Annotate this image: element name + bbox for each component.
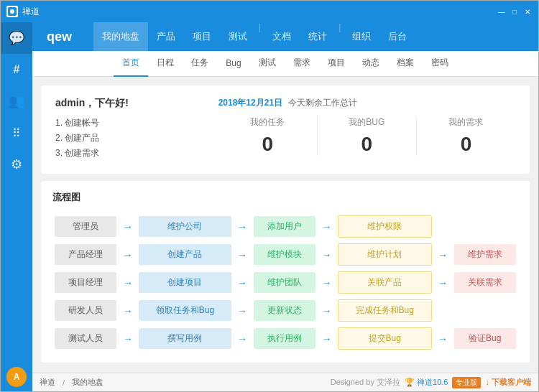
top-nav: qew 我的地盘 产品 项目 测试 | 文档 统计 | 组织 后台 <box>32 22 538 51</box>
step-label: 维护模块 <box>254 244 315 265</box>
title-bar-left: 禅道 <box>6 6 40 18</box>
download-client-link[interactable]: ↓ 下载客户端 <box>485 377 531 388</box>
flow-arrow: → <box>234 213 252 241</box>
flow-arrow: → <box>234 325 252 353</box>
step-label: 关联产品 <box>338 271 432 294</box>
nav-item-org[interactable]: 组织 <box>344 22 379 51</box>
svg-point-1 <box>10 9 14 14</box>
flow-arrow: → <box>119 297 137 325</box>
step-3[interactable]: 3. 创建需求 <box>55 147 204 159</box>
nav-item-project[interactable]: 项目 <box>184 22 220 51</box>
grid-icon: ⠿ <box>12 126 21 140</box>
sidebar-item-grid[interactable]: ⠿ <box>1 117 32 149</box>
main-content: admin，下午好! 1. 创建帐号 2. 创建产品 3. 创建需求 2018年… <box>32 77 538 373</box>
sec-nav-home[interactable]: 首页 <box>114 51 148 77</box>
step-label: 更新状态 <box>254 300 315 321</box>
flow-cell: 提交Bug <box>336 325 434 353</box>
sec-nav-profile[interactable]: 档案 <box>388 51 423 77</box>
step-label: 维护计划 <box>338 243 432 266</box>
flow-arrow: → <box>318 213 336 241</box>
nav-item-mydashboard[interactable]: 我的地盘 <box>93 22 148 51</box>
flow-row-projm: 项目经理 → 创建项目 → 维护团队 → 关联产品 → 关联需求 <box>52 269 518 297</box>
brand-name: qew <box>47 29 72 45</box>
flow-title: 流程图 <box>52 191 518 204</box>
flow-arrow: → <box>119 325 137 353</box>
flow-arrow: → <box>119 269 137 297</box>
nav-item-test[interactable]: 测试 <box>220 22 256 51</box>
step-label: 关联需求 <box>454 272 516 293</box>
sidebar-item-settings[interactable]: ⚙ <box>1 149 32 180</box>
greeting: admin，下午好! <box>55 97 204 110</box>
nav-item-product[interactable]: 产品 <box>148 22 184 51</box>
step-label: 创建项目 <box>139 272 231 293</box>
step-label: 提交Bug <box>338 327 432 350</box>
flow-cell: 创建项目 <box>137 269 233 297</box>
flow-table: 管理员 → 维护公司 → 添加用户 → 维护权限 <box>52 213 518 353</box>
flow-cell: 执行用例 <box>252 325 318 353</box>
flow-cell: 添加用户 <box>252 213 318 241</box>
step-label: 领取任务和Bug <box>139 300 231 321</box>
sec-nav-requirement[interactable]: 需求 <box>285 51 319 77</box>
nav-divider: | <box>256 22 264 51</box>
status-brand: 🏆 禅道10.6 <box>405 377 448 388</box>
sec-nav-test[interactable]: 测试 <box>250 51 285 77</box>
close-button[interactable]: ✕ <box>522 6 533 17</box>
sec-nav-schedule[interactable]: 日程 <box>148 51 183 77</box>
nav-item-admin[interactable]: 后台 <box>379 22 415 51</box>
flow-cell: 维护需求 <box>452 241 518 269</box>
flow-arrow: → <box>318 297 336 325</box>
app-icon <box>6 6 18 17</box>
flow-arrow: → <box>234 241 252 269</box>
status-version-badge: 专业版 <box>452 377 481 388</box>
breadcrumb-current[interactable]: 我的地盘 <box>72 377 103 388</box>
flow-cell: 维护模块 <box>252 241 318 269</box>
flow-cell: 验证Bug <box>452 325 518 353</box>
app-body: 💬 # 👥 ⠿ ⚙ A qew 我的地盘 产品 <box>1 22 538 391</box>
sec-nav-task[interactable]: 任务 <box>183 51 217 77</box>
flow-cell: 项目经理 <box>52 269 119 297</box>
step-2[interactable]: 2. 创建产品 <box>55 132 204 144</box>
sidebar-item-users[interactable]: 👥 <box>1 85 32 117</box>
flow-cell: 撰写用例 <box>137 325 233 353</box>
flow-cell: 创建产品 <box>137 241 233 269</box>
stat-bugs: 我的BUG 0 <box>318 116 417 156</box>
sec-nav-bug[interactable]: Bug <box>217 51 249 77</box>
sidebar-item-hash[interactable]: # <box>1 54 32 85</box>
role-label: 管理员 <box>55 216 116 237</box>
sec-nav-dynamic[interactable]: 动态 <box>354 51 388 77</box>
step-label: 维护团队 <box>254 272 315 293</box>
flow-arrow: → <box>434 325 452 353</box>
flow-row-admin: 管理员 → 维护公司 → 添加用户 → 维护权限 <box>52 213 518 241</box>
sidebar-item-chat[interactable]: 💬 <box>1 22 32 54</box>
flow-arrow: → <box>119 213 137 241</box>
breadcrumb-root[interactable]: 禅道 <box>40 377 55 388</box>
step-label: 执行用例 <box>254 328 315 349</box>
flow-arrow: → <box>234 297 252 325</box>
flow-cell: 关联产品 <box>336 269 434 297</box>
step-1[interactable]: 1. 创建帐号 <box>55 117 204 129</box>
current-date: 2018年12月21日 <box>218 97 282 109</box>
welcome-panel: admin，下午好! 1. 创建帐号 2. 创建产品 3. 创建需求 2018年… <box>41 85 530 174</box>
stats-row: 我的任务 0 我的BUG 0 我的需求 0 <box>218 116 515 156</box>
flow-cell: 研发人员 <box>52 297 119 325</box>
nav-item-stats[interactable]: 统计 <box>300 22 336 51</box>
chat-icon: 💬 <box>9 30 24 46</box>
welcome-left: admin，下午好! 1. 创建帐号 2. 创建产品 3. 创建需求 <box>55 97 204 162</box>
sec-nav-project[interactable]: 项目 <box>319 51 354 77</box>
step-label: 维护权限 <box>338 215 432 238</box>
step-label: 添加用户 <box>254 216 315 237</box>
sec-nav-password[interactable]: 密码 <box>423 51 457 77</box>
minimize-button[interactable]: — <box>497 6 507 17</box>
step-label: 撰写用例 <box>139 328 231 349</box>
sidebar: 💬 # 👥 ⠿ ⚙ A <box>1 22 32 391</box>
nav-divider2: | <box>336 22 344 51</box>
date-row: 2018年12月21日 今天剩余工作总计 <box>218 97 515 109</box>
role-label: 研发人员 <box>55 300 116 321</box>
user-avatar[interactable]: A <box>6 367 27 387</box>
nav-item-docs[interactable]: 文档 <box>264 22 300 51</box>
maximize-button[interactable]: □ <box>510 6 520 17</box>
status-right: Designed by 艾泽拉 🏆 禅道10.6 专业版 ↓ 下载客户端 <box>331 377 531 388</box>
stat-bugs-value: 0 <box>318 133 416 156</box>
role-label: 产品经理 <box>55 244 116 265</box>
flow-cell: 维护公司 <box>137 213 233 241</box>
